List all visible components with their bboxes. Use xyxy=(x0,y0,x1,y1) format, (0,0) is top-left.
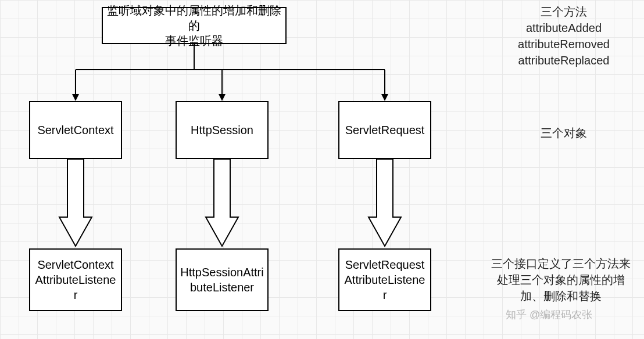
box-servletrequest-attrlistener: ServletRequestAttributeListener xyxy=(338,248,431,311)
box-httpsession-attrlistener: HttpSessionAttributeListener xyxy=(176,248,269,311)
sral-label: ServletRequestAttributeListener xyxy=(343,257,427,302)
root-line2: 事件监听器 xyxy=(106,33,282,48)
box-httpsession: HttpSession xyxy=(176,101,269,159)
svg-marker-5 xyxy=(72,94,79,101)
scal-label: ServletContextAttributeListener xyxy=(34,257,117,302)
watermark-text: 知乎 @编程码农张 xyxy=(506,309,592,320)
root-line1: 监听域对象中的属性的增加和删除的 xyxy=(106,3,282,33)
servletcontext-label: ServletContext xyxy=(37,122,113,138)
note-methods-l3: attributeRemoved xyxy=(497,36,631,52)
watermark: 知乎 @编程码农张 xyxy=(506,308,592,322)
note-methods-l1: 三个方法 xyxy=(497,3,631,20)
svg-marker-6 xyxy=(219,94,226,101)
note-methods: 三个方法 attributeAdded attributeRemoved att… xyxy=(497,3,631,68)
box-servletrequest: ServletRequest xyxy=(338,101,431,159)
note-objects: 三个对象 xyxy=(497,125,631,141)
note-interfaces-l3: 加、删除和替换 xyxy=(482,288,639,304)
note-interfaces-l1: 三个接口定义了三个方法来 xyxy=(482,255,639,272)
box-servletcontext: ServletContext xyxy=(29,101,122,159)
httpsession-label: HttpSession xyxy=(191,122,253,138)
servletrequest-label: ServletRequest xyxy=(345,122,425,138)
note-methods-l4: attributeReplaced xyxy=(497,52,631,68)
note-methods-l2: attributeAdded xyxy=(497,20,631,36)
note-interfaces-l2: 处理三个对象的属性的增 xyxy=(482,272,639,288)
note-objects-text: 三个对象 xyxy=(541,127,587,139)
diagram-root-box: 监听域对象中的属性的增加和删除的 事件监听器 xyxy=(102,7,287,44)
hsal-label: HttpSessionAttributeListener xyxy=(180,265,264,295)
note-interfaces: 三个接口定义了三个方法来 处理三个对象的属性的增 加、删除和替换 xyxy=(482,255,639,304)
box-servletcontext-attrlistener: ServletContextAttributeListener xyxy=(29,248,122,311)
svg-marker-7 xyxy=(381,94,388,101)
